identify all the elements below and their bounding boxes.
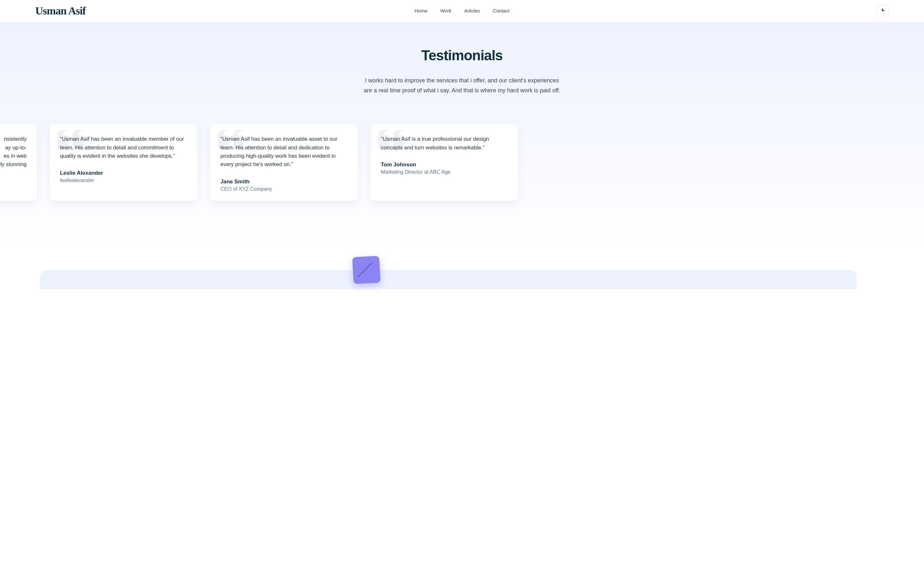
site-header: Usman Asif Home Work Articles Contact: [0, 0, 924, 22]
testimonials-section: Testimonials I works hard to improve the…: [0, 22, 924, 255]
testimonial-card: “Usman Asif has been an invaluable asset…: [210, 124, 358, 201]
testimonial-quote: “Usman Asif is a true professional our d…: [381, 135, 508, 152]
testimonial-card: nsistently ay up-to- es in web ally stun…: [0, 124, 37, 201]
cta-panel: [40, 270, 857, 289]
testimonial-quote: “Usman Asif has been an invaluable asset…: [220, 135, 347, 169]
testimonial-author: Leslie Alexander: [60, 170, 187, 176]
decor-square-icon: [352, 256, 381, 284]
testimonial-author: Jane Smith: [220, 179, 347, 185]
testimonial-role: lesliealexander: [60, 177, 187, 183]
section-subtitle: I works hard to improve the services tha…: [363, 76, 561, 95]
primary-nav: Home Work Articles Contact: [415, 8, 509, 13]
section-title: Testimonials: [0, 47, 924, 63]
testimonials-carousel[interactable]: nsistently ay up-to- es in web ally stun…: [0, 124, 813, 201]
nav-articles[interactable]: Articles: [464, 8, 480, 13]
testimonial-quote: nsistently ay up-to- es in web ally stun…: [0, 135, 27, 169]
site-logo[interactable]: Usman Asif: [35, 5, 86, 17]
testimonial-quote: “Usman Asif has been an invaluable membe…: [60, 135, 187, 160]
theme-toggle-button[interactable]: [877, 5, 889, 17]
testimonial-role: CEO of XYZ Company: [220, 186, 347, 192]
testimonial-role: Marketing Director at ABC Age: [381, 169, 508, 175]
nav-contact[interactable]: Contact: [493, 8, 509, 13]
testimonial-card: “Usman Asif has been an invaluable membe…: [50, 124, 197, 201]
nav-work[interactable]: Work: [440, 8, 451, 13]
testimonial-author: Tom Johnson: [381, 161, 508, 168]
testimonial-card: “Usman Asif is a true professional our d…: [371, 124, 518, 201]
nav-home[interactable]: Home: [415, 8, 427, 13]
moon-icon: [880, 7, 885, 14]
